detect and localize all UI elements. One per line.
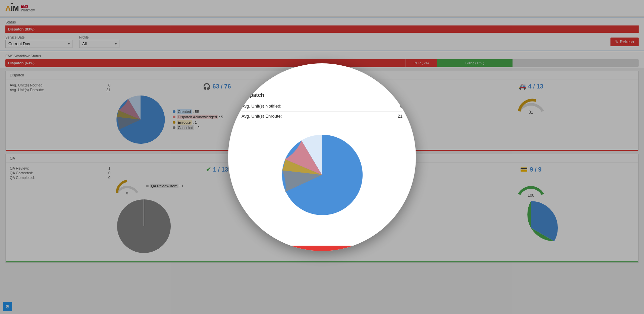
modal-stat-notified: Avg. Unit(s) Notified: 0 bbox=[241, 104, 402, 112]
modal-circle: Dispatch Avg. Unit(s) Notified: 0 Avg. U… bbox=[228, 63, 416, 251]
modal-content: Dispatch Avg. Unit(s) Notified: 0 Avg. U… bbox=[228, 82, 416, 232]
modal-stats: Avg. Unit(s) Notified: 0 Avg. Unit(s) En… bbox=[241, 104, 402, 121]
modal-stat-enroute: Avg. Unit(s) Enroute: 21 bbox=[241, 114, 402, 121]
modal-title: Dispatch bbox=[241, 92, 402, 98]
modal-pie-chart bbox=[275, 128, 369, 222]
modal-overlay[interactable]: Dispatch Avg. Unit(s) Notified: 0 Avg. U… bbox=[0, 0, 644, 268]
modal-chart bbox=[241, 128, 402, 222]
